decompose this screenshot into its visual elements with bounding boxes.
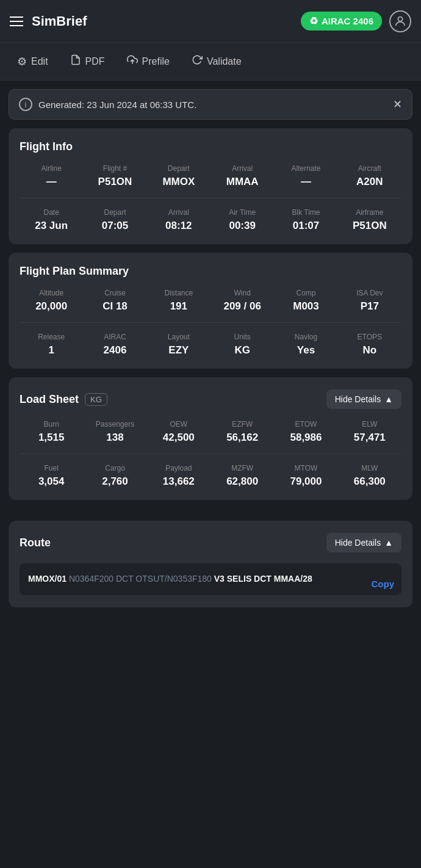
cruise-label: Cruise	[104, 289, 126, 297]
burn-cell: Burn 1,515	[20, 420, 83, 444]
elw-label: ELW	[362, 420, 377, 429]
arrival-time-cell: Arrival 08:12	[147, 208, 210, 232]
refresh-icon: ♻	[309, 15, 318, 27]
info-icon: i	[19, 98, 32, 111]
distance-cell: Distance 191	[147, 289, 210, 313]
mzfw-cell: MZFW 62,800	[210, 464, 274, 488]
close-button[interactable]: ✕	[393, 99, 402, 110]
mtow-cell: MTOW 79,000	[274, 464, 337, 488]
flight-info-row1: Airline — Flight # P51ON Depart MMOX Arr…	[20, 164, 401, 188]
blk-time-label: Blk Time	[292, 208, 320, 217]
alternate-cell: Alternate —	[274, 164, 337, 188]
fuel-value: 3,054	[38, 476, 65, 488]
load-sheet-row2: Fuel 3,054 Cargo 2,760 Payload 13,662 MZ…	[20, 464, 401, 488]
cargo-label: Cargo	[105, 464, 125, 472]
flight-num-cell: Flight # P51ON	[83, 164, 146, 188]
ezfw-label: EZFW	[232, 420, 253, 429]
app-title: SimBrief	[32, 13, 87, 29]
cargo-value: 2,760	[102, 476, 128, 488]
mlw-value: 66,300	[354, 476, 386, 488]
date-value: 23 Jun	[35, 220, 68, 232]
info-banner-left: i Generated: 23 Jun 2024 at 06:33 UTC.	[19, 98, 196, 111]
route-hide-details-button[interactable]: Hide Details ▲	[326, 533, 401, 552]
flight-info-card: Flight Info Airline — Flight # P51ON Dep…	[9, 128, 412, 244]
airac-badge[interactable]: ♻ AIRAC 2406	[301, 12, 382, 31]
depart-time-value: 07:05	[102, 220, 128, 232]
edit-button[interactable]: ⚙ Edit	[6, 49, 59, 74]
distance-value: 191	[170, 300, 187, 313]
mtow-value: 79,000	[290, 476, 322, 488]
depart-cell: Depart MMOX	[147, 164, 210, 188]
mzfw-value: 62,800	[226, 476, 258, 488]
fuel-label: Fuel	[44, 464, 58, 472]
load-sheet-hide-details-button[interactable]: Hide Details ▲	[326, 389, 401, 409]
route-title: Route	[20, 537, 51, 549]
burn-label: Burn	[43, 420, 59, 429]
etow-value: 58,986	[290, 432, 322, 444]
mlw-label: MLW	[361, 464, 378, 472]
cruise-value: CI 18	[103, 300, 128, 313]
oew-value: 42,500	[163, 432, 195, 444]
cruise-cell: Cruise CI 18	[83, 289, 146, 313]
validate-icon	[192, 54, 203, 68]
blk-time-value: 01:07	[293, 220, 319, 232]
depart-time-label: Depart	[104, 208, 126, 217]
distance-label: Distance	[164, 289, 193, 297]
svg-point-0	[398, 16, 402, 21]
validate-button[interactable]: Validate	[181, 48, 253, 74]
avatar[interactable]	[389, 10, 411, 32]
payload-cell: Payload 13,662	[147, 464, 210, 488]
airline-label: Airline	[41, 164, 61, 173]
airline-cell: Airline —	[20, 164, 83, 188]
cargo-cell: Cargo 2,760	[83, 464, 146, 488]
ezfw-cell: EZFW 56,162	[210, 420, 274, 444]
fuel-cell: Fuel 3,054	[20, 464, 83, 488]
payload-value: 13,662	[163, 476, 195, 488]
etops-label: ETOPS	[358, 333, 382, 341]
arrival-value: MMAA	[226, 176, 259, 188]
chevron-up-icon: ▲	[384, 394, 393, 404]
alternate-value: —	[301, 176, 311, 188]
navlog-value: Yes	[297, 344, 315, 356]
prefile-button[interactable]: Prefile	[116, 48, 181, 74]
validate-label: Validate	[207, 56, 242, 67]
release-value: 1	[48, 344, 54, 356]
hamburger-menu[interactable]	[10, 16, 23, 26]
header: SimBrief ♻ AIRAC 2406	[0, 0, 421, 43]
toolbar: ⚙ Edit PDF Prefile Validate	[0, 43, 421, 81]
flight-info-title: Flight Info	[20, 140, 401, 153]
isa-dev-value: P17	[361, 300, 379, 313]
route-chevron-up-icon: ▲	[384, 538, 393, 548]
etow-label: ETOW	[295, 420, 317, 429]
info-banner: i Generated: 23 Jun 2024 at 06:33 UTC. ✕	[9, 89, 412, 120]
payload-label: Payload	[165, 464, 192, 472]
altitude-value: 20,000	[35, 300, 67, 313]
units-label: Units	[234, 333, 250, 341]
arrival-label: Arrival	[232, 164, 253, 173]
passengers-cell: Passengers 138	[83, 420, 146, 444]
airframe-cell: Airframe P51ON	[338, 208, 401, 232]
elw-cell: ELW 57,471	[338, 420, 401, 444]
layout-cell: Layout EZY	[147, 333, 210, 356]
navlog-cell: Navlog Yes	[274, 333, 337, 356]
arrival-time-value: 08:12	[165, 220, 192, 232]
kg-badge: KG	[85, 393, 107, 406]
mtow-label: MTOW	[295, 464, 318, 472]
ezfw-value: 56,162	[226, 432, 258, 444]
summary-row1: Altitude 20,000 Cruise CI 18 Distance 19…	[20, 289, 401, 313]
altitude-label: Altitude	[39, 289, 63, 297]
wind-label: Wind	[234, 289, 250, 297]
route-text-part3: V3 SELIS DCT MMAA/28	[214, 574, 312, 584]
airframe-label: Airframe	[356, 208, 383, 217]
arrival-cell: Arrival MMAA	[210, 164, 274, 188]
etops-cell: ETOPS No	[338, 333, 401, 356]
header-left: SimBrief	[10, 13, 87, 29]
gear-icon: ⚙	[17, 55, 27, 68]
pdf-button[interactable]: PDF	[59, 48, 116, 74]
release-cell: Release 1	[20, 333, 83, 356]
aircraft-value: A20N	[356, 176, 383, 188]
copy-button[interactable]: Copy	[372, 579, 395, 589]
depart-label: Depart	[168, 164, 190, 173]
load-sheet-header: Load Sheet KG Hide Details ▲	[20, 389, 401, 409]
date-label: Date	[43, 208, 59, 217]
